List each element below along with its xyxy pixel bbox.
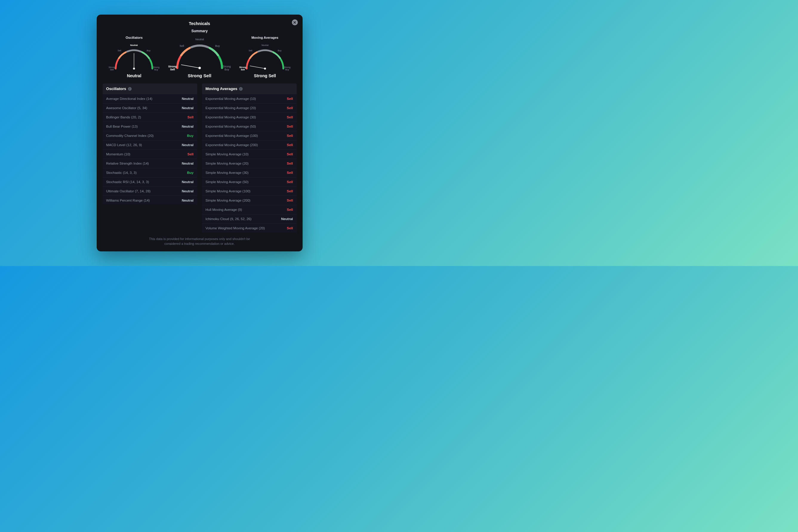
close-button[interactable]: ✕ <box>292 19 298 25</box>
table-row: Simple Moving Average (200)Sell <box>202 196 297 205</box>
svg-point-20 <box>264 68 266 70</box>
info-icon[interactable]: i <box>128 87 132 91</box>
table-row: Simple Moving Average (50)Sell <box>202 177 297 186</box>
indicator-name: Exponential Moving Average (30) <box>206 115 256 119</box>
indicator-name: Exponential Moving Average (200) <box>206 143 258 147</box>
indicator-signal: Sell <box>287 189 293 193</box>
gauge-summary-result: Strong Sell <box>188 73 211 78</box>
gauges-row: Oscillators StrongSellSellNeutralBuyStro… <box>103 29 297 80</box>
indicator-signal: Sell <box>287 97 293 100</box>
table-row: Exponential Moving Average (20)Sell <box>202 103 297 112</box>
svg-text:Sell: Sell <box>249 49 252 52</box>
indicator-signal: Sell <box>287 134 293 137</box>
oscillators-table-header-label: Oscillators <box>106 87 126 91</box>
table-row: Bollinger Bands (20, 2)Sell <box>103 112 197 122</box>
table-row: Stochastic RSI (14, 14, 3, 3)Neutral <box>103 177 197 186</box>
table-row: Stochastic (14, 3, 3)Buy <box>103 168 197 177</box>
table-row: Ichimoku Cloud (9, 26, 52, 26)Neutral <box>202 214 297 223</box>
indicator-name: Average Directional Index (14) <box>106 97 152 100</box>
indicator-name: Bollinger Bands (20, 2) <box>106 115 141 119</box>
svg-point-13 <box>198 67 201 69</box>
svg-line-12 <box>181 65 199 68</box>
table-row: Relative Strength Index (14)Neutral <box>103 159 197 168</box>
indicator-name: Ichimoku Cloud (9, 26, 52, 26) <box>206 217 252 221</box>
disclaimer-line-2: considered a trading recommendation or a… <box>164 242 235 245</box>
indicator-name: Exponential Moving Average (20) <box>206 106 256 110</box>
table-row: Awesome Oscillator (5, 34)Neutral <box>103 103 197 112</box>
indicator-signal: Sell <box>287 171 293 174</box>
gauge-moving-averages-chart: StrongSellSellNeutralBuyStrongBuy <box>238 40 292 73</box>
table-row: Exponential Moving Average (50)Sell <box>202 122 297 131</box>
table-row: Simple Moving Average (100)Sell <box>202 186 297 196</box>
indicator-name: Simple Moving Average (30) <box>206 171 249 174</box>
svg-text:Buy: Buy <box>147 49 151 52</box>
gauge-oscillators: Oscillators StrongSellSellNeutralBuyStro… <box>104 36 165 78</box>
disclaimer-line-1: This data is provided for informational … <box>149 237 250 241</box>
indicator-signal: Sell <box>287 180 293 184</box>
svg-text:Neutral: Neutral <box>130 44 138 46</box>
modal-title: Technicals <box>103 21 297 26</box>
svg-text:StrongSell: StrongSell <box>109 66 115 71</box>
svg-text:StrongBuy: StrongBuy <box>284 66 290 71</box>
indicator-name: MACD Level (12, 26, 9) <box>106 143 142 147</box>
indicator-signal: Neutral <box>182 198 194 202</box>
moving-averages-table: Moving Averages i Exponential Moving Ave… <box>202 83 297 233</box>
indicator-signal: Sell <box>287 152 293 156</box>
indicator-name: Stochastic (14, 3, 3) <box>106 171 137 174</box>
technicals-modal: Technicals ✕ Oscillators StrongSellSellN… <box>97 15 303 251</box>
indicator-name: Awesome Oscillator (5, 34) <box>106 106 147 110</box>
indicator-signal: Buy <box>187 134 194 137</box>
indicator-signal: Sell <box>287 226 293 230</box>
indicator-signal: Neutral <box>182 97 194 100</box>
indicator-signal: Buy <box>187 171 194 174</box>
indicator-signal: Neutral <box>281 217 293 221</box>
gauge-moving-averages-title: Moving Averages <box>251 36 278 39</box>
indicator-name: Exponential Moving Average (50) <box>206 125 256 128</box>
indicator-signal: Neutral <box>182 180 194 184</box>
indicator-name: Ultimate Oscillator (7, 14, 28) <box>106 189 151 193</box>
indicator-name: Bull Bear Power (13) <box>106 125 138 128</box>
table-row: Average Directional Index (14)Neutral <box>103 94 197 103</box>
table-row: MACD Level (12, 26, 9)Neutral <box>103 140 197 149</box>
table-row: Exponential Moving Average (200)Sell <box>202 140 297 149</box>
indicator-signal: Neutral <box>182 125 194 128</box>
table-row: Hull Moving Average (9)Sell <box>202 205 297 214</box>
oscillators-table-header: Oscillators i <box>103 83 197 94</box>
svg-text:Neutral: Neutral <box>195 38 204 41</box>
indicator-signal: Sell <box>287 143 293 147</box>
table-row: Exponential Moving Average (30)Sell <box>202 112 297 122</box>
indicator-name: Commodity Channel Index (20) <box>106 134 154 137</box>
svg-text:StrongBuy: StrongBuy <box>223 65 231 71</box>
indicator-name: Simple Moving Average (50) <box>206 180 249 184</box>
indicator-name: Simple Moving Average (20) <box>206 162 249 165</box>
indicator-signal: Sell <box>187 115 193 119</box>
table-row: Ultimate Oscillator (7, 14, 28)Neutral <box>103 186 197 196</box>
table-row: Simple Moving Average (10)Sell <box>202 149 297 159</box>
table-row: Simple Moving Average (20)Sell <box>202 159 297 168</box>
indicator-name: Simple Moving Average (200) <box>206 198 251 202</box>
indicator-signal: Sell <box>287 115 293 119</box>
svg-text:StrongSell: StrongSell <box>239 66 246 71</box>
svg-text:StrongBuy: StrongBuy <box>153 66 160 71</box>
moving-averages-table-header-label: Moving Averages <box>206 87 238 91</box>
gauge-moving-averages: Moving Averages StrongSellSellNeutralBuy… <box>235 36 295 78</box>
table-row: Williams Percent Range (14)Neutral <box>103 196 197 205</box>
moving-averages-table-body: Exponential Moving Average (10)SellExpon… <box>202 94 297 233</box>
close-icon: ✕ <box>293 21 296 24</box>
indicator-signal: Neutral <box>182 162 194 165</box>
svg-line-19 <box>250 66 265 69</box>
table-row: Exponential Moving Average (100)Sell <box>202 131 297 140</box>
moving-averages-table-header: Moving Averages i <box>202 83 297 94</box>
info-icon[interactable]: i <box>239 87 242 91</box>
indicator-signal: Neutral <box>182 143 194 147</box>
gauge-summary-title: Summary <box>191 29 208 33</box>
table-row: Commodity Channel Index (20)Buy <box>103 131 197 140</box>
indicator-name: Williams Percent Range (14) <box>106 198 150 202</box>
svg-point-6 <box>133 68 135 70</box>
table-row: Momentum (10)Sell <box>103 149 197 159</box>
oscillators-table-body: Average Directional Index (14)NeutralAwe… <box>103 94 197 205</box>
indicator-signal: Sell <box>287 162 293 165</box>
svg-text:Neutral: Neutral <box>261 44 269 46</box>
indicator-name: Relative Strength Index (14) <box>106 162 149 165</box>
table-row: Simple Moving Average (30)Sell <box>202 168 297 177</box>
